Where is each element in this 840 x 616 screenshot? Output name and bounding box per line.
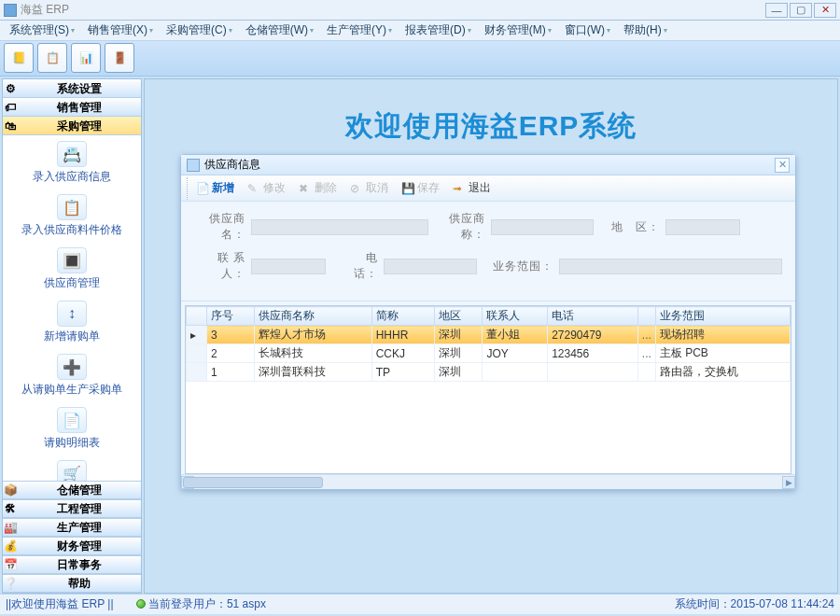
menu-system[interactable]: 系统管理(S)▾: [4, 21, 80, 40]
arrows-icon: ↕: [57, 301, 87, 327]
cancel-button[interactable]: ⊘取消: [345, 178, 393, 198]
child-window-close-button[interactable]: ✕: [775, 158, 790, 173]
sidebar-group-system[interactable]: ⚙系统设置: [3, 79, 141, 98]
sidebar-item-new-po[interactable]: 🛒新增采购单: [3, 455, 141, 481]
cell[interactable]: 123456: [548, 344, 638, 363]
phone-field[interactable]: [384, 259, 477, 274]
cell[interactable]: 1: [207, 363, 255, 382]
status-tab[interactable]: ||欢迎使用海益 ERP ||: [6, 596, 114, 612]
cell[interactable]: 深圳: [435, 363, 483, 382]
sidebar-group-sales[interactable]: 🏷销售管理: [3, 98, 141, 117]
cell[interactable]: 深圳: [435, 344, 483, 363]
scroll-right-arrow-icon[interactable]: ▶: [782, 476, 795, 489]
online-indicator-icon: [136, 599, 146, 609]
child-window-titlebar[interactable]: 供应商信息 ✕: [181, 155, 795, 175]
cell[interactable]: JOY: [483, 344, 548, 363]
grid-corner[interactable]: [187, 307, 207, 326]
table-row[interactable]: ▸3辉煌人才市场HHHR深圳董小姐27290479...现场招聘: [187, 326, 791, 344]
cell[interactable]: 深圳普联科技: [255, 363, 372, 382]
col-phone[interactable]: 电话: [548, 307, 638, 326]
new-button[interactable]: 📄新增: [191, 178, 239, 198]
col-index[interactable]: 序号: [207, 307, 255, 326]
col-contact[interactable]: 联系人: [483, 307, 548, 326]
table-row[interactable]: 2长城科技CCKJ深圳JOY123456...主板 PCB: [187, 344, 791, 363]
contact-field[interactable]: [251, 259, 326, 274]
cell[interactable]: 3: [207, 326, 255, 344]
cell[interactable]: 长城科技: [255, 344, 372, 363]
cell[interactable]: 27290479: [548, 326, 638, 344]
cell[interactable]: 路由器，交换机: [655, 363, 790, 382]
menu-warehouse[interactable]: 仓储管理(W)▾: [240, 21, 319, 40]
menu-report[interactable]: 报表管理(D)▾: [399, 21, 477, 40]
col-short[interactable]: 简称: [371, 307, 435, 326]
cell[interactable]: 主板 PCB: [655, 344, 790, 363]
sidebar-item-supplier-entry[interactable]: 📇录入供应商信息: [3, 135, 141, 189]
exit-icon: ➟: [453, 182, 466, 195]
cart-icon: 🛍: [3, 117, 18, 135]
sidebar-item-supplier-price[interactable]: 📋录入供应商料件价格: [3, 189, 141, 242]
cell[interactable]: 深圳: [435, 326, 483, 344]
cell[interactable]: HHHR: [371, 326, 435, 344]
sidebar-group-purchase[interactable]: 🛍采购管理: [3, 117, 141, 135]
toolbar-button-1[interactable]: 📒: [4, 43, 34, 73]
ellipsis-button[interactable]: ...: [642, 329, 651, 342]
window-close-button[interactable]: ✕: [814, 3, 836, 18]
col-more[interactable]: [637, 307, 655, 326]
scope-field[interactable]: [559, 259, 782, 274]
cell[interactable]: 现场招聘: [655, 326, 790, 344]
menu-finance[interactable]: 财务管理(M)▾: [479, 21, 557, 40]
toolbar-button-exit[interactable]: 🚪: [105, 43, 134, 73]
menu-window[interactable]: 窗口(W)▾: [559, 21, 616, 40]
menu-sales[interactable]: 销售管理(X)▾: [82, 21, 159, 40]
sidebar-item-request-detail[interactable]: 📄请购明细表: [3, 401, 141, 455]
horizontal-scrollbar[interactable]: ◀ ▶: [181, 474, 795, 489]
row-header[interactable]: [187, 363, 207, 382]
sidebar-group-engineering[interactable]: 🛠工程管理: [3, 499, 141, 518]
current-user-value: 51 aspx: [227, 597, 266, 610]
save-button[interactable]: 💾保存: [397, 178, 444, 198]
menu-production[interactable]: 生产管理(Y)▾: [321, 21, 398, 40]
cell[interactable]: TP: [371, 363, 435, 382]
cell[interactable]: CCKJ: [371, 344, 435, 363]
cell[interactable]: ...: [637, 326, 655, 344]
delete-button[interactable]: ✖删除: [294, 178, 342, 198]
form-icon: 📇: [57, 141, 87, 167]
cell[interactable]: [483, 363, 548, 382]
sidebar-group-production[interactable]: 🏭生产管理: [3, 518, 141, 537]
window-minimize-button[interactable]: —: [765, 3, 788, 18]
cell[interactable]: [637, 363, 655, 382]
sidebar-item-request-to-po[interactable]: ➕从请购单生产采购单: [3, 348, 141, 401]
sidebar-item-new-request[interactable]: ↕新增请购单: [3, 295, 141, 348]
sidebar-group-warehouse[interactable]: 📦仓储管理: [3, 481, 141, 499]
col-scope[interactable]: 业务范围: [655, 307, 790, 326]
supplier-name-field[interactable]: [251, 219, 428, 235]
menu-purchase[interactable]: 采购管理(C)▾: [161, 21, 238, 40]
row-header[interactable]: [187, 344, 207, 363]
window-maximize-button[interactable]: ▢: [790, 3, 812, 18]
toolbar-button-2[interactable]: 📋: [37, 43, 67, 73]
edit-button[interactable]: ✎修改: [243, 178, 290, 198]
cell[interactable]: ...: [637, 344, 655, 363]
cell[interactable]: 2: [207, 344, 255, 363]
exit-button[interactable]: ➟退出: [448, 178, 496, 198]
row-header[interactable]: ▸: [187, 326, 207, 344]
col-supplier-name[interactable]: 供应商名称: [255, 307, 372, 326]
toolbar-button-3[interactable]: 📊: [71, 43, 101, 73]
table-row[interactable]: 1深圳普联科技TP深圳路由器，交换机: [187, 363, 791, 382]
scrollbar-thumb[interactable]: [183, 477, 323, 488]
menu-help[interactable]: 帮助(H)▾: [618, 21, 673, 40]
sidebar-group-help[interactable]: ❔帮助: [3, 574, 141, 593]
sidebar-item-supplier-manage[interactable]: 🔳供应商管理: [3, 242, 141, 295]
cell[interactable]: [548, 363, 638, 382]
col-region[interactable]: 地区: [435, 307, 483, 326]
cell[interactable]: 董小姐: [483, 326, 548, 344]
tiles-icon: 🔳: [57, 247, 87, 273]
current-user-label: 当前登录用户：: [148, 597, 227, 610]
sidebar-group-daily[interactable]: 📅日常事务: [3, 555, 141, 574]
region-field[interactable]: [665, 219, 740, 235]
sidebar-group-finance[interactable]: 💰财务管理: [3, 537, 141, 555]
cell[interactable]: 辉煌人才市场: [255, 326, 372, 344]
supplier-short-field[interactable]: [491, 219, 594, 235]
ellipsis-button[interactable]: ...: [642, 347, 651, 360]
cancel-icon: ⊘: [350, 182, 363, 195]
